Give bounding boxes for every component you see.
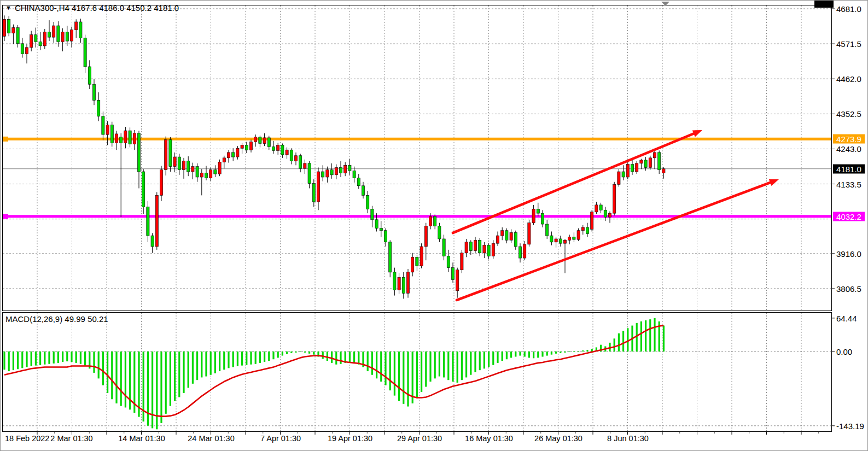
candle-down[interactable] [232, 153, 235, 157]
candle-up[interactable] [61, 32, 64, 42]
candle-up[interactable] [595, 205, 598, 212]
candle-up[interactable] [662, 169, 665, 173]
candle-up[interactable] [555, 239, 557, 242]
candle-down[interactable] [546, 224, 549, 236]
candle-up[interactable] [12, 28, 15, 33]
hline-handle[interactable] [2, 214, 8, 219]
candle-down[interactable] [322, 172, 324, 177]
candle-down[interactable] [514, 232, 517, 247]
candle-up[interactable] [43, 32, 46, 46]
candle-down[interactable] [214, 169, 217, 174]
candle-up[interactable] [160, 169, 162, 195]
candle-down[interactable] [196, 167, 199, 177]
candle-up[interactable] [227, 153, 230, 158]
candle-down[interactable] [389, 242, 392, 272]
candle-down[interactable] [57, 26, 60, 42]
candle-up[interactable] [70, 30, 73, 41]
candle-up[interactable] [277, 145, 279, 150]
candle-down[interactable] [330, 169, 333, 174]
candle-up[interactable] [263, 138, 266, 144]
candle-down[interactable] [169, 139, 172, 166]
candle-up[interactable] [223, 158, 225, 162]
candle-down[interactable] [151, 236, 154, 247]
candle-down[interactable] [147, 207, 149, 236]
candle-down[interactable] [402, 277, 405, 293]
candle-up[interactable] [304, 163, 306, 168]
candle-down[interactable] [550, 236, 553, 242]
candle-down[interactable] [272, 147, 275, 150]
candle-down[interactable] [380, 229, 382, 231]
candle-down[interactable] [537, 209, 539, 214]
candle-down[interactable] [362, 186, 364, 196]
candle-up[interactable] [3, 19, 5, 36]
candle-up[interactable] [496, 236, 499, 243]
candle-up[interactable] [209, 169, 212, 178]
candle-down[interactable] [259, 137, 261, 144]
candle-down[interactable] [187, 161, 190, 172]
candle-up[interactable] [182, 161, 185, 170]
candle-down[interactable] [487, 245, 490, 256]
candle-down[interactable] [586, 227, 589, 234]
candle-down[interactable] [120, 137, 123, 143]
candle-up[interactable] [294, 156, 297, 161]
candle-up[interactable] [133, 133, 136, 144]
candle-down[interactable] [622, 172, 625, 177]
candle-down[interactable] [312, 184, 315, 202]
candle-up[interactable] [649, 158, 651, 168]
candle-up[interactable] [456, 270, 459, 291]
candle-up[interactable] [317, 172, 319, 202]
candle-down[interactable] [299, 156, 302, 168]
candle-down[interactable] [66, 32, 68, 41]
candle-up[interactable] [218, 162, 221, 174]
candle-up[interactable] [492, 243, 494, 256]
candle-up[interactable] [53, 26, 55, 37]
candle-down[interactable] [142, 172, 145, 207]
candle-down[interactable] [393, 272, 396, 290]
candle-up[interactable] [424, 226, 427, 247]
candle-up[interactable] [326, 169, 329, 177]
trend-arrow-line[interactable] [453, 133, 694, 233]
candle-up[interactable] [461, 253, 463, 270]
candle-up[interactable] [249, 142, 252, 150]
candle-down[interactable] [599, 205, 602, 210]
candle-up[interactable] [523, 244, 526, 258]
candle-up[interactable] [25, 48, 28, 54]
candle-down[interactable] [308, 163, 311, 184]
candle-up[interactable] [344, 165, 347, 173]
candle-up[interactable] [75, 22, 78, 30]
candle-down[interactable] [290, 150, 293, 161]
candle-up[interactable] [155, 195, 158, 247]
candle-up[interactable] [626, 165, 629, 177]
candle-up[interactable] [420, 247, 423, 266]
candle-up[interactable] [106, 125, 109, 135]
candle-up[interactable] [124, 131, 127, 143]
candle-down[interactable] [84, 38, 86, 67]
candle-down[interactable] [438, 226, 441, 239]
candle-up[interactable] [591, 212, 593, 230]
candle-up[interactable] [501, 231, 504, 236]
candle-up[interactable] [474, 240, 476, 250]
candle-up[interactable] [411, 257, 414, 272]
candle-down[interactable] [267, 138, 270, 147]
candle-down[interactable] [21, 44, 24, 54]
candle-up[interactable] [528, 223, 531, 244]
candle-down[interactable] [434, 216, 436, 226]
candle-down[interactable] [644, 160, 647, 167]
candle-down[interactable] [102, 116, 104, 134]
chart-canvas[interactable] [1, 1, 868, 451]
candle-down[interactable] [479, 240, 481, 253]
candle-down[interactable] [339, 167, 342, 173]
candle-down[interactable] [353, 171, 356, 178]
candle-down[interactable] [16, 28, 19, 44]
candle-down[interactable] [519, 247, 521, 258]
candle-down[interactable] [384, 231, 387, 242]
candle-up[interactable] [563, 240, 566, 243]
trend-arrow-head[interactable] [692, 130, 702, 137]
candle-up[interactable] [510, 232, 512, 240]
candle-up[interactable] [636, 163, 638, 172]
candle-up[interactable] [640, 160, 643, 163]
candle-up[interactable] [581, 227, 584, 231]
candle-up[interactable] [236, 148, 239, 157]
candle-up[interactable] [30, 34, 33, 47]
candle-down[interactable] [137, 133, 140, 172]
